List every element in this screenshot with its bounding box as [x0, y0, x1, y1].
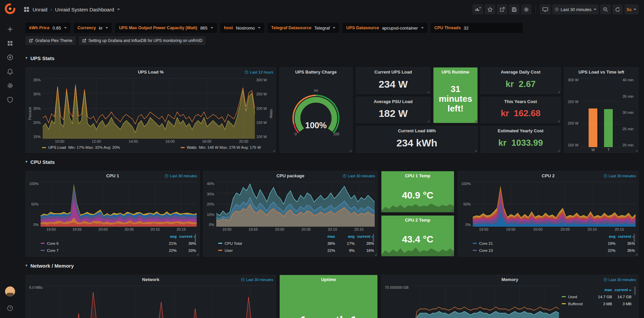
variable-value[interactable]: 0.65	[52, 26, 61, 31]
panel-header[interactable]: CPU 1 Last 30 minutes	[26, 171, 199, 180]
panel-header[interactable]: Current Load kWh	[356, 126, 477, 135]
time-override-link[interactable]: Last 12 hours	[244, 67, 273, 77]
chart-plot[interactable]: 19:5019:5520:0020:0520:1020:15	[473, 182, 636, 232]
panel-header[interactable]: UPS Runtime	[433, 67, 477, 77]
sidebar-item-help[interactable]: ?	[3, 301, 17, 315]
legend-sort-header[interactable]: current	[612, 288, 632, 292]
legend-row[interactable]: CPU Total38%17%28%	[218, 240, 374, 247]
time-override-link[interactable]: Last 30 minutes	[603, 171, 636, 180]
legend-sort-header[interactable]: max	[593, 288, 612, 292]
time-override-link[interactable]: Last 30 minutes	[165, 171, 197, 180]
variable-ups-datasource[interactable]: UPS Datasource apcupsd-container	[342, 23, 427, 33]
legend-sort-header[interactable]: current	[615, 234, 635, 238]
legend-sort-header[interactable]: avg	[596, 234, 615, 238]
panel-header[interactable]: UPS Load vs Time left	[564, 67, 638, 77]
save-button[interactable]	[509, 4, 519, 14]
variable-value[interactable]: kr	[99, 26, 103, 31]
panel-header[interactable]: Estimated Yearly Cost	[481, 126, 560, 135]
y-tick: 70.000000 GB	[385, 285, 409, 289]
refresh-button[interactable]	[612, 4, 623, 14]
dashboard-settings-button[interactable]	[521, 4, 532, 14]
chart-plot[interactable]: 10:0012:0014:0016:0018:0020:00	[43, 78, 255, 144]
section-cpu-stats[interactable]: ▾ CPU Stats	[26, 157, 639, 167]
time-override-link[interactable]: Last 30 minutes	[603, 275, 636, 284]
dashboard-scroll-area[interactable]: ▾ UPS Stats UPS Load % Last 12 hours Per…	[20, 49, 644, 318]
variable-value[interactable]: Nostromo	[236, 26, 255, 31]
sidebar-item-configuration[interactable]	[3, 79, 17, 93]
user-avatar[interactable]	[5, 286, 15, 297]
sidebar-item-create[interactable]	[3, 22, 17, 36]
legend-sort-header[interactable]: avg	[335, 234, 355, 238]
legend-row[interactable]: Core 2322%35%	[473, 247, 635, 254]
section-ups-stats[interactable]: ▾ UPS Stats	[26, 53, 639, 63]
time-override-link[interactable]: Last 30 minutes	[241, 275, 273, 284]
panel-header[interactable]: Network Last 30 minutes	[26, 275, 276, 284]
bar[interactable]	[589, 108, 597, 147]
variable-value[interactable]: 865	[200, 26, 208, 31]
panel-header[interactable]: Memory Last 30 minutes	[381, 275, 638, 284]
sidebar-item-dashboards[interactable]	[3, 36, 17, 50]
panel-header[interactable]: Current UPS Load	[356, 67, 430, 77]
legend-scrollbar[interactable]	[634, 234, 635, 242]
zoom-out-button[interactable]	[600, 4, 611, 14]
chart-plot[interactable]: 19:5019:5520:0020:0520:1020:15	[45, 285, 273, 318]
panel-header[interactable]: UPS Load % Last 12 hours	[26, 67, 276, 77]
panel-header[interactable]: Uptime	[280, 275, 377, 284]
bar-column[interactable]: T	[604, 78, 613, 152]
sidebar-item-server-admin[interactable]	[3, 93, 17, 107]
dashboard-link-grafana-plex-theme[interactable]: Grafana Plex Theme	[26, 36, 76, 45]
variable-kwh-price[interactable]: kWh Price 0.65	[26, 23, 71, 33]
chart-plot[interactable]: 19:5019:5520:0020:0520:1020:15	[216, 182, 375, 232]
chart-plot[interactable]: 19:5019:5520:0020:0520:1020:15	[411, 285, 559, 318]
grafana-logo-icon[interactable]	[4, 3, 16, 15]
bar[interactable]	[604, 109, 613, 147]
legend-scrollbar[interactable]	[634, 286, 636, 295]
variable-value[interactable]: apcupsd-container	[382, 26, 418, 31]
time-override-link[interactable]: Last 30 minutes	[342, 171, 375, 180]
panel-header[interactable]: UPS Battery Charge	[280, 67, 352, 77]
legend-item-watts[interactable]: Watts Min: 148 W Max: 278 W Avg: 175 W	[181, 145, 261, 149]
page-title[interactable]: Unraid System Dashboard	[55, 7, 114, 12]
legend-sort-header[interactable]: avg	[157, 234, 177, 238]
legend-row[interactable]: Core 722%33%	[41, 247, 196, 254]
variable-ups-max-output[interactable]: UPS Max Output Power Capacity (Watt) 865	[115, 23, 217, 33]
legend-sort-header[interactable]: current	[355, 234, 374, 238]
variable-currency[interactable]: Currency kr	[74, 23, 112, 33]
panel-header[interactable]: CPU package Last 30 minutes	[203, 171, 377, 180]
sidebar-item-alerting[interactable]	[3, 64, 17, 79]
variable-telegraf-datasource[interactable]: Telegraf Datasource Telegraf	[268, 23, 339, 33]
variable-cpu-threads[interactable]: CPU Threads 32	[431, 23, 523, 33]
panel-header[interactable]: This Years Cost	[481, 97, 560, 106]
legend-sort-header[interactable]: max	[316, 234, 335, 238]
legend-scrollbar[interactable]	[195, 234, 196, 242]
bar-chart[interactable]: WT	[581, 78, 621, 152]
dashboard-link-ups-monitoring-guide[interactable]: Setting up Grafana and InfluxDB for UPS …	[79, 36, 206, 45]
bar-column[interactable]: W	[589, 78, 597, 152]
legend-row[interactable]: Buffered3 MB3 MB	[562, 300, 632, 307]
cycle-view-button[interactable]	[540, 4, 551, 14]
chart-plot[interactable]: 19:5019:5520:0020:0520:1020:15	[41, 182, 197, 232]
variable-host[interactable]: host Nostromo	[220, 23, 264, 33]
refresh-interval-picker[interactable]: 5s	[625, 4, 639, 14]
legend-row[interactable]: User22%9%16%	[218, 247, 374, 254]
legend-row[interactable]: Used14.7 GB14.7 GB	[562, 293, 632, 300]
breadcrumb-app[interactable]: Unraid	[33, 7, 47, 12]
variable-value[interactable]: Telegraf	[314, 26, 330, 31]
legend-sort-header[interactable]: current	[177, 234, 196, 238]
panel-header[interactable]: Average Daily Cost	[481, 67, 560, 77]
share-button[interactable]	[497, 4, 507, 14]
time-range-picker[interactable]: Last 30 minutes	[552, 4, 599, 14]
cpu-threads-input[interactable]: 32	[464, 26, 519, 31]
legend-row[interactable]: Core 621%39%	[41, 240, 196, 247]
add-panel-button[interactable]	[472, 4, 483, 14]
panel-header[interactable]: CPU 2 Last 30 minutes	[458, 171, 638, 180]
sidebar-item-explore[interactable]	[3, 50, 17, 64]
panel-header[interactable]: CPU 1 Temp	[381, 171, 454, 180]
panel-header[interactable]: Average PSU Load	[356, 97, 430, 106]
legend-scrollbar[interactable]	[373, 234, 374, 242]
star-button[interactable]	[485, 4, 495, 14]
legend-item-ups-load[interactable]: UPS Load Min: 17% Max: 32% Avg: 20%	[42, 145, 120, 149]
legend-row[interactable]: Core 2119%35%	[473, 240, 635, 247]
section-network-memory[interactable]: ▾ Network / Memory	[26, 261, 639, 271]
panel-header[interactable]: CPU 2 Temp	[381, 216, 454, 225]
